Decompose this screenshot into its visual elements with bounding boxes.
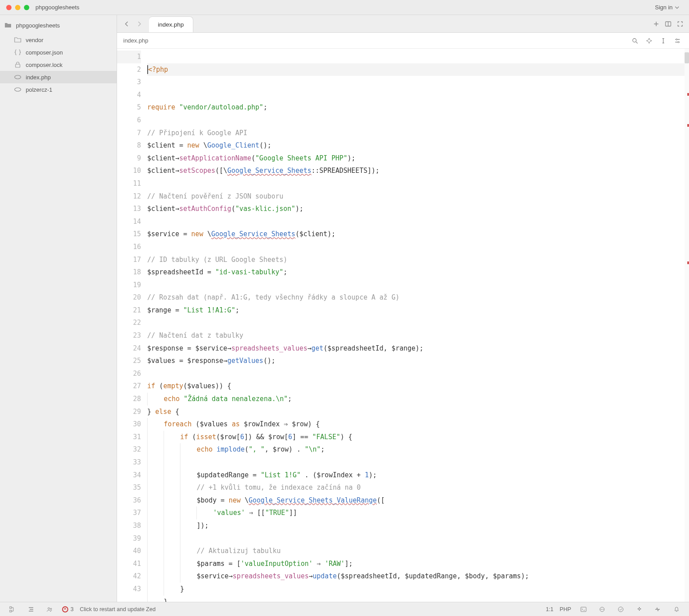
titlebar: phpgooglesheets Sign in xyxy=(0,0,689,15)
list-icon xyxy=(28,606,34,612)
tree-icon xyxy=(9,606,16,612)
php-file-icon xyxy=(14,74,21,81)
search-icon xyxy=(632,38,638,44)
window-title: phpgooglesheets xyxy=(35,4,79,11)
terminal-icon xyxy=(580,606,587,612)
search-button[interactable] xyxy=(630,35,640,46)
svg-point-12 xyxy=(51,608,52,609)
line-gutter: 1234567891011121314151617181920212223242… xyxy=(117,49,147,602)
arrow-right-icon xyxy=(136,21,142,27)
tab-index-php[interactable]: index.php xyxy=(149,16,193,32)
notifications-button[interactable] xyxy=(670,603,683,616)
file-tree: vendor composer.json composer.lock index… xyxy=(0,33,117,97)
svg-point-15 xyxy=(601,609,602,610)
svg-rect-9 xyxy=(10,607,12,608)
folder-icon xyxy=(14,36,21,43)
php-file-icon xyxy=(14,86,21,93)
tree-file-index-php[interactable]: index.php xyxy=(0,71,117,83)
window-maximize-button[interactable] xyxy=(24,5,29,10)
svg-point-11 xyxy=(48,608,50,609)
svg-point-1 xyxy=(15,75,21,79)
text-cursor-icon xyxy=(660,38,666,44)
svg-point-7 xyxy=(676,39,677,40)
error-count-button[interactable]: ✕ 3 xyxy=(62,606,74,612)
activity-button[interactable] xyxy=(652,603,664,616)
people-icon xyxy=(47,606,53,612)
code-content[interactable]: <?php require "vendor/autoload.php"; // … xyxy=(147,49,689,602)
check-icon xyxy=(618,606,624,612)
sign-in-button[interactable]: Sign in xyxy=(651,2,683,12)
tree-file-composer-lock[interactable]: composer.lock xyxy=(0,58,117,71)
bell-icon xyxy=(673,606,680,612)
language-mode[interactable]: PHP xyxy=(560,606,571,612)
svg-rect-13 xyxy=(581,607,586,612)
error-icon: ✕ xyxy=(62,606,68,612)
copilot-button[interactable] xyxy=(596,603,608,616)
lock-file-icon xyxy=(14,61,21,68)
tree-item-label: vendor xyxy=(26,37,43,43)
folder-icon xyxy=(4,22,12,29)
feedback-button[interactable] xyxy=(633,603,646,616)
sparkle-icon xyxy=(646,38,652,44)
code-editor[interactable]: 1234567891011121314151617181920212223242… xyxy=(117,49,689,602)
tree-file-composer-json[interactable]: composer.json xyxy=(0,46,117,58)
sign-in-label: Sign in xyxy=(655,4,673,11)
tree-item-label: polzercz-1 xyxy=(26,86,52,93)
svg-point-16 xyxy=(603,609,603,610)
svg-rect-0 xyxy=(16,64,20,67)
tree-folder-vendor[interactable]: vendor xyxy=(0,34,117,46)
collab-button[interactable] xyxy=(43,603,56,616)
svg-line-6 xyxy=(636,42,638,43)
nav-forward-button[interactable] xyxy=(133,18,145,30)
svg-point-5 xyxy=(633,39,636,42)
status-bar: ✕ 3 Click to restart and update Zed 1:1 … xyxy=(0,602,689,616)
window-minimize-button[interactable] xyxy=(15,5,20,10)
plus-icon xyxy=(653,21,659,27)
tree-file-polzercz[interactable]: polzercz-1 xyxy=(0,83,117,96)
svg-point-17 xyxy=(619,607,623,612)
project-header[interactable]: phpgooglesheets xyxy=(0,18,117,33)
split-pane-button[interactable] xyxy=(663,19,673,29)
new-tab-button[interactable] xyxy=(651,19,662,29)
expand-icon xyxy=(677,21,683,27)
chevron-down-icon xyxy=(675,5,679,10)
outline-button[interactable] xyxy=(25,603,37,616)
terminal-button[interactable] xyxy=(577,603,590,616)
cursor-position[interactable]: 1:1 xyxy=(546,606,553,612)
tab-bar: index.php xyxy=(117,15,689,33)
window-close-button[interactable] xyxy=(6,5,12,10)
sparkle-icon xyxy=(636,606,642,612)
tree-item-label: composer.json xyxy=(26,49,63,56)
svg-point-8 xyxy=(678,41,679,43)
breadcrumb-bar: index.php xyxy=(117,33,689,49)
cursor-button[interactable] xyxy=(658,35,669,46)
pulse-icon xyxy=(655,606,661,612)
sidebar: phpgooglesheets vendor composer.json com… xyxy=(0,15,117,602)
breadcrumb-path[interactable]: index.php xyxy=(123,37,148,44)
nav-back-button[interactable] xyxy=(121,18,133,30)
split-icon xyxy=(665,21,671,27)
sliders-icon xyxy=(674,38,681,44)
svg-point-2 xyxy=(15,88,21,91)
tree-item-label: index.php xyxy=(26,74,51,81)
tree-item-label: composer.lock xyxy=(26,62,63,68)
svg-point-14 xyxy=(600,607,604,612)
assistant-button[interactable] xyxy=(644,35,654,46)
minimap[interactable] xyxy=(685,49,689,602)
error-count: 3 xyxy=(70,606,74,612)
copilot-icon xyxy=(599,606,605,612)
tab-label: index.php xyxy=(158,21,184,28)
project-name: phpgooglesheets xyxy=(16,22,60,29)
fullscreen-button[interactable] xyxy=(675,19,685,29)
update-message[interactable]: Click to restart and update Zed xyxy=(80,606,156,612)
settings-button[interactable] xyxy=(672,35,683,46)
diagnostics-button[interactable] xyxy=(615,603,627,616)
json-file-icon xyxy=(14,49,21,56)
arrow-left-icon xyxy=(124,21,130,27)
project-panel-button[interactable] xyxy=(6,603,19,616)
svg-rect-10 xyxy=(10,610,12,612)
